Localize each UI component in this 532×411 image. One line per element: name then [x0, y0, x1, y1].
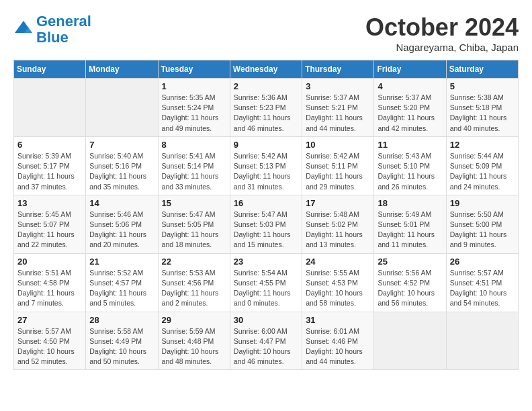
- day-info: Sunrise: 5:48 AM Sunset: 5:02 PM Dayligh…: [306, 210, 370, 250]
- day-info: Sunrise: 5:41 AM Sunset: 5:14 PM Dayligh…: [162, 151, 226, 192]
- day-number: 11: [378, 140, 442, 150]
- day-number: 12: [450, 140, 515, 150]
- day-info: Sunrise: 5:45 AM Sunset: 5:07 PM Dayligh…: [17, 210, 82, 250]
- calendar-cell: 24Sunrise: 5:55 AM Sunset: 4:53 PM Dayli…: [302, 253, 374, 312]
- day-number: 14: [89, 198, 154, 208]
- calendar-cell: 4Sunrise: 5:37 AM Sunset: 5:20 PM Daylig…: [374, 79, 446, 137]
- day-info: Sunrise: 5:37 AM Sunset: 5:21 PM Dayligh…: [306, 93, 370, 134]
- calendar-cell: 1Sunrise: 5:35 AM Sunset: 5:24 PM Daylig…: [158, 79, 230, 137]
- day-number: 25: [378, 257, 442, 267]
- calendar-cell: 17Sunrise: 5:48 AM Sunset: 5:02 PM Dayli…: [302, 195, 374, 253]
- day-number: 5: [450, 81, 515, 91]
- calendar-cell: 10Sunrise: 5:42 AM Sunset: 5:11 PM Dayli…: [302, 136, 374, 195]
- day-number: 3: [306, 81, 370, 91]
- calendar-cell: 21Sunrise: 5:52 AM Sunset: 4:57 PM Dayli…: [86, 253, 158, 312]
- page-header: General Blue October 2024 Nagareyama, Ch…: [13, 13, 519, 53]
- day-info: Sunrise: 5:43 AM Sunset: 5:10 PM Dayligh…: [378, 151, 442, 192]
- day-info: Sunrise: 6:00 AM Sunset: 4:47 PM Dayligh…: [234, 326, 298, 367]
- day-info: Sunrise: 5:44 AM Sunset: 5:09 PM Dayligh…: [450, 151, 515, 192]
- calendar-week-row: 13Sunrise: 5:45 AM Sunset: 5:07 PM Dayli…: [14, 195, 519, 253]
- day-number: 18: [378, 198, 442, 208]
- calendar-cell: 18Sunrise: 5:49 AM Sunset: 5:01 PM Dayli…: [374, 195, 446, 253]
- calendar-header-row: SundayMondayTuesdayWednesdayThursdayFrid…: [14, 60, 519, 79]
- day-number: 9: [234, 140, 298, 150]
- day-info: Sunrise: 5:39 AM Sunset: 5:17 PM Dayligh…: [17, 151, 82, 192]
- calendar-cell: 16Sunrise: 5:47 AM Sunset: 5:03 PM Dayli…: [230, 195, 302, 253]
- location-subtitle: Nagareyama, Chiba, Japan: [365, 42, 519, 53]
- day-info: Sunrise: 5:47 AM Sunset: 5:03 PM Dayligh…: [234, 210, 298, 250]
- col-header-sunday: Sunday: [14, 60, 86, 79]
- day-number: 26: [450, 257, 515, 267]
- day-number: 17: [306, 198, 370, 208]
- day-number: 8: [162, 140, 226, 150]
- calendar-cell: 20Sunrise: 5:51 AM Sunset: 4:58 PM Dayli…: [14, 253, 86, 312]
- calendar-cell: [446, 312, 518, 370]
- day-info: Sunrise: 5:35 AM Sunset: 5:24 PM Dayligh…: [162, 93, 226, 134]
- day-info: Sunrise: 5:58 AM Sunset: 4:49 PM Dayligh…: [89, 326, 154, 367]
- calendar-cell: 15Sunrise: 5:47 AM Sunset: 5:05 PM Dayli…: [158, 195, 230, 253]
- day-number: 6: [17, 140, 82, 150]
- calendar-cell: 30Sunrise: 6:00 AM Sunset: 4:47 PM Dayli…: [230, 312, 302, 370]
- day-info: Sunrise: 5:42 AM Sunset: 5:13 PM Dayligh…: [234, 151, 298, 192]
- calendar-cell: 3Sunrise: 5:37 AM Sunset: 5:21 PM Daylig…: [302, 79, 374, 137]
- calendar-cell: 2Sunrise: 5:36 AM Sunset: 5:23 PM Daylig…: [230, 79, 302, 137]
- day-info: Sunrise: 5:38 AM Sunset: 5:18 PM Dayligh…: [450, 93, 515, 134]
- col-header-tuesday: Tuesday: [158, 60, 230, 79]
- title-block: October 2024 Nagareyama, Chiba, Japan: [365, 13, 519, 53]
- logo-line1: General: [36, 13, 91, 30]
- day-number: 16: [234, 198, 298, 208]
- logo: General Blue: [13, 13, 91, 46]
- calendar-cell: 6Sunrise: 5:39 AM Sunset: 5:17 PM Daylig…: [14, 136, 86, 195]
- day-info: Sunrise: 5:59 AM Sunset: 4:48 PM Dayligh…: [162, 326, 226, 367]
- calendar-cell: 14Sunrise: 5:46 AM Sunset: 5:06 PM Dayli…: [86, 195, 158, 253]
- calendar-table: SundayMondayTuesdayWednesdayThursdayFrid…: [13, 60, 519, 370]
- day-info: Sunrise: 5:57 AM Sunset: 4:50 PM Dayligh…: [17, 326, 82, 367]
- day-info: Sunrise: 5:54 AM Sunset: 4:55 PM Dayligh…: [234, 268, 298, 309]
- logo-icon: [13, 19, 34, 40]
- calendar-cell: [86, 79, 158, 137]
- day-info: Sunrise: 5:42 AM Sunset: 5:11 PM Dayligh…: [306, 151, 370, 192]
- calendar-cell: 27Sunrise: 5:57 AM Sunset: 4:50 PM Dayli…: [14, 312, 86, 370]
- calendar-cell: 29Sunrise: 5:59 AM Sunset: 4:48 PM Dayli…: [158, 312, 230, 370]
- day-number: 19: [450, 198, 515, 208]
- calendar-cell: [374, 312, 446, 370]
- day-number: 21: [89, 257, 154, 267]
- calendar-cell: 26Sunrise: 5:57 AM Sunset: 4:51 PM Dayli…: [446, 253, 518, 312]
- day-number: 13: [17, 198, 82, 208]
- calendar-cell: 25Sunrise: 5:56 AM Sunset: 4:52 PM Dayli…: [374, 253, 446, 312]
- calendar-week-row: 6Sunrise: 5:39 AM Sunset: 5:17 PM Daylig…: [14, 136, 519, 195]
- month-title: October 2024: [365, 13, 519, 42]
- day-number: 28: [89, 315, 154, 325]
- day-number: 4: [378, 81, 442, 91]
- col-header-monday: Monday: [86, 60, 158, 79]
- day-number: 29: [162, 315, 226, 325]
- calendar-cell: 28Sunrise: 5:58 AM Sunset: 4:49 PM Dayli…: [86, 312, 158, 370]
- logo-text: General Blue: [36, 13, 91, 46]
- day-info: Sunrise: 5:57 AM Sunset: 4:51 PM Dayligh…: [450, 268, 515, 309]
- day-info: Sunrise: 5:55 AM Sunset: 4:53 PM Dayligh…: [306, 268, 370, 309]
- calendar-cell: 7Sunrise: 5:40 AM Sunset: 5:16 PM Daylig…: [86, 136, 158, 195]
- calendar-cell: 8Sunrise: 5:41 AM Sunset: 5:14 PM Daylig…: [158, 136, 230, 195]
- day-info: Sunrise: 5:50 AM Sunset: 5:00 PM Dayligh…: [450, 210, 515, 250]
- col-header-saturday: Saturday: [446, 60, 518, 79]
- day-info: Sunrise: 5:56 AM Sunset: 4:52 PM Dayligh…: [378, 268, 442, 309]
- day-number: 24: [306, 257, 370, 267]
- day-info: Sunrise: 5:36 AM Sunset: 5:23 PM Dayligh…: [234, 93, 298, 134]
- calendar-cell: 19Sunrise: 5:50 AM Sunset: 5:00 PM Dayli…: [446, 195, 518, 253]
- calendar-cell: 5Sunrise: 5:38 AM Sunset: 5:18 PM Daylig…: [446, 79, 518, 137]
- day-number: 27: [17, 315, 82, 325]
- day-info: Sunrise: 5:46 AM Sunset: 5:06 PM Dayligh…: [89, 210, 154, 250]
- calendar-cell: 9Sunrise: 5:42 AM Sunset: 5:13 PM Daylig…: [230, 136, 302, 195]
- calendar-cell: 11Sunrise: 5:43 AM Sunset: 5:10 PM Dayli…: [374, 136, 446, 195]
- calendar-cell: [14, 79, 86, 137]
- col-header-thursday: Thursday: [302, 60, 374, 79]
- day-info: Sunrise: 5:51 AM Sunset: 4:58 PM Dayligh…: [17, 268, 82, 309]
- calendar-cell: 12Sunrise: 5:44 AM Sunset: 5:09 PM Dayli…: [446, 136, 518, 195]
- col-header-wednesday: Wednesday: [230, 60, 302, 79]
- calendar-week-row: 27Sunrise: 5:57 AM Sunset: 4:50 PM Dayli…: [14, 312, 519, 370]
- day-number: 7: [89, 140, 154, 150]
- day-number: 31: [306, 315, 370, 325]
- day-number: 22: [162, 257, 226, 267]
- calendar-cell: 13Sunrise: 5:45 AM Sunset: 5:07 PM Dayli…: [14, 195, 86, 253]
- day-number: 2: [234, 81, 298, 91]
